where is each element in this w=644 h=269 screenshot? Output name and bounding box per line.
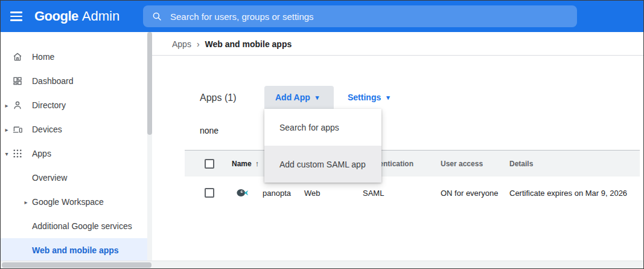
sidebar-item-devices[interactable]: ▸ Devices (1, 117, 147, 141)
apps-count-label: Apps (1) (200, 92, 236, 103)
select-all-checkbox[interactable] (205, 159, 214, 169)
sidebar-item-label: Additional Google services (32, 221, 132, 231)
column-header-user-access[interactable]: User access (441, 160, 483, 168)
settings-button-label: Settings (348, 92, 381, 102)
topbar: GoogleAdmin (1, 1, 643, 32)
column-header-details[interactable]: Details (509, 160, 533, 168)
main-content: Apps › Web and mobile apps Apps (1) Add … (152, 32, 643, 262)
sidebar-item-web-and-mobile-apps[interactable]: Web and mobile apps (1, 238, 147, 262)
column-header-name[interactable]: Name (232, 160, 252, 168)
sidebar-item-label: Web and mobile apps (32, 245, 119, 255)
search-bar[interactable] (143, 5, 577, 27)
horizontal-scrollbar[interactable] (1, 261, 643, 268)
menu-icon[interactable] (10, 9, 22, 23)
row-checkbox[interactable] (205, 188, 214, 198)
sidebar-item-overview[interactable]: Overview (1, 166, 147, 190)
header-divider (152, 55, 643, 56)
app-platform: Web (304, 189, 320, 198)
app-user-access: ON for everyone (441, 189, 498, 198)
breadcrumb-current: Web and mobile apps (205, 39, 292, 49)
add-app-button-label: Add App (275, 92, 310, 102)
expand-arrow-icon[interactable]: ▸ (22, 199, 30, 206)
collapse-arrow-icon[interactable]: ▾ (3, 151, 10, 157)
menu-item-label: Add custom SAML app (279, 160, 366, 169)
app-authentication: SAML (363, 189, 384, 198)
sidebar-item-google-workspace[interactable]: ▸ Google Workspace (1, 190, 147, 214)
apps-grid-icon (12, 148, 23, 159)
logo-admin-text: Admin (82, 8, 120, 24)
chevron-right-icon: › (197, 39, 200, 49)
sidebar-scrollbar-thumb[interactable] (147, 32, 152, 135)
sidebar-item-label: Directory (32, 100, 66, 110)
breadcrumb-apps-link[interactable]: Apps (172, 39, 191, 49)
add-app-button[interactable]: Add App ▾ (264, 86, 334, 109)
settings-button[interactable]: Settings ▾ (348, 86, 390, 109)
caret-down-icon: ▾ (386, 94, 390, 102)
search-input[interactable] (170, 11, 577, 22)
menu-item-search-for-apps[interactable]: Search for apps (264, 109, 381, 146)
menu-item-label: Search for apps (279, 123, 339, 132)
google-admin-window: GoogleAdmin Home Dashboard ▸ (0, 0, 644, 269)
sidebar: Home Dashboard ▸ Directory ▸ Devices ▾ (1, 32, 147, 262)
table-header-row: Name ↑ Authentication User access Detail… (185, 150, 640, 177)
app-name: panopta (263, 189, 291, 198)
horizontal-scrollbar-thumb[interactable] (2, 262, 151, 268)
breadcrumb: Apps › Web and mobile apps (172, 39, 292, 49)
sidebar-item-label: Devices (32, 125, 62, 134)
dashboard-icon (12, 76, 23, 86)
caret-down-icon: ▾ (316, 94, 319, 102)
expand-arrow-icon[interactable]: ▸ (3, 126, 10, 133)
sidebar-scrollbar[interactable] (147, 32, 152, 262)
apps-table: Name ↑ Authentication User access Detail… (185, 150, 640, 209)
panopta-app-icon (236, 188, 249, 198)
sidebar-item-additional-google-services[interactable]: Additional Google services (1, 214, 147, 238)
sidebar-item-label: Apps (32, 149, 51, 158)
devices-icon (12, 124, 23, 135)
logo-google-text: Google (34, 8, 78, 24)
expand-arrow-icon[interactable]: ▸ (3, 102, 10, 109)
sidebar-item-home[interactable]: Home (1, 45, 147, 69)
filter-none-text: none (200, 126, 218, 135)
sidebar-item-label: Overview (32, 173, 67, 183)
sidebar-item-apps[interactable]: ▾ Apps (1, 141, 147, 166)
google-admin-logo[interactable]: GoogleAdmin (34, 8, 120, 24)
table-row-panopta[interactable]: panopta Web SAML ON for everyone Certifi… (185, 177, 640, 209)
add-app-menu: Search for apps Add custom SAML app (264, 109, 381, 183)
sort-ascending-icon[interactable]: ↑ (255, 159, 260, 168)
sidebar-item-label: Google Workspace (32, 197, 104, 207)
sidebar-item-label: Home (32, 52, 54, 62)
app-details: Certificate expires on Mar 9, 2026 (509, 189, 627, 198)
home-icon (12, 51, 23, 62)
sidebar-item-directory[interactable]: ▸ Directory (1, 93, 147, 117)
menu-item-add-custom-saml-app[interactable]: Add custom SAML app (264, 146, 381, 183)
person-icon (12, 100, 23, 111)
sidebar-item-label: Dashboard (32, 76, 74, 86)
search-icon (151, 11, 162, 22)
sidebar-item-dashboard[interactable]: Dashboard (1, 69, 147, 93)
